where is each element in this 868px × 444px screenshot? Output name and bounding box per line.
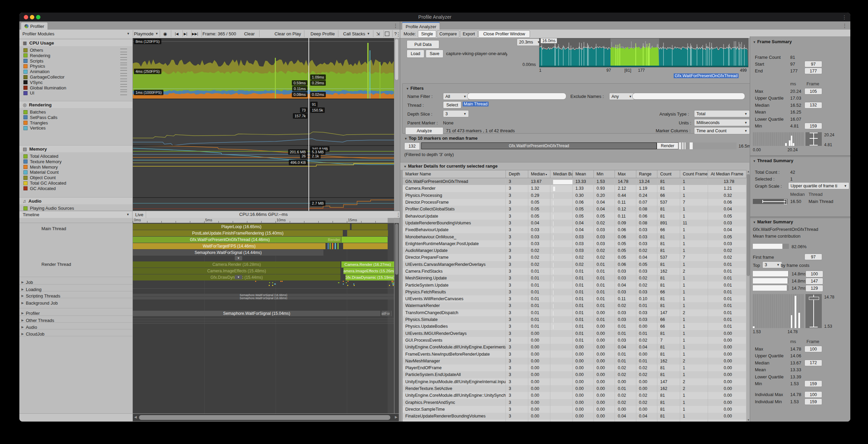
summary-header[interactable]: ▼Thread Summary [753,158,793,163]
record-button[interactable]: ◉ [159,30,171,37]
legend-item[interactable]: Scripts [23,58,43,64]
thread-label-main-thread[interactable]: Main Thread [19,225,132,232]
legend-item[interactable]: Material Count [23,170,59,175]
marker-details-table[interactable]: Marker NameDepthMedian ▾Median BaMeanMin… [402,170,747,422]
timeline-v-scrollbar[interactable] [394,223,399,413]
table-row[interactable]: BehaviourUpdate30.050.050.050.110.068110… [403,212,746,219]
table-row[interactable]: MeshSkinning.Update30.010.010.010.030.02… [403,275,746,281]
table-row[interactable]: Gfx.WaitForPresentOnGfxThread313.6713.33… [403,178,746,185]
frame-jump-button[interactable]: 159 [804,123,822,129]
table-row[interactable]: UnityEngine.CoreModule.dll!UnityEngine.E… [403,344,746,351]
clear-button[interactable]: Clear [240,30,260,37]
table-row[interactable]: TransformChangedDispatch30.010.010.000.0… [403,309,746,316]
clear-on-play-button[interactable]: Clear on Play [271,30,304,37]
table-row[interactable]: WatermarkRender30.010.010.010.020.018110… [403,302,746,309]
summary-header[interactable]: ▼Frame Summary [753,39,792,44]
table-row[interactable]: Director.PrepareFrame30.020.020.020.050.… [403,254,746,261]
legend-item[interactable]: SetPass Calls [23,115,57,120]
timeline-canvas[interactable]: PlayerLoop (16.65ms)PostLateUpdate.Finis… [133,223,394,413]
table-row[interactable]: RenderTexture.SetActive30.000.000.000.01… [403,385,746,392]
frame-jump-button[interactable]: 159 [804,398,822,405]
table-row[interactable]: Profiler.CollectGlobalStats30.050.050.04… [403,206,746,212]
thread-label-render-thread[interactable]: Render Thread [19,261,132,267]
name-filter-mode-dropdown[interactable]: All▼ [443,93,469,100]
column-header[interactable]: Median ▾ [528,170,550,178]
table-row[interactable]: Director.ProcessFrame30.050.060.040.110.… [403,199,746,206]
frame-jump-button[interactable]: 100 [804,391,822,398]
table-row[interactable]: UIEvents.WillRenderCanvases30.010.010.01… [403,295,746,302]
legend-item[interactable]: Total GC Allocated [23,181,66,186]
column-header[interactable]: Median Ba [550,170,572,178]
table-row[interactable]: UnityEngine.InputModule.dll!UnityEngineI… [403,378,746,385]
table-row[interactable]: EndGraphicsJobs30.000.000.000.010.013244… [403,420,746,422]
frame-jump-button[interactable]: 97 [804,61,822,67]
frame-jump-button[interactable]: 132 [804,102,822,108]
table-row[interactable]: FrameEvents.NewInputBeforeRenderUpdate30… [403,351,746,357]
analyze-button[interactable]: Analyze [405,127,443,135]
timeline-view-dropdown[interactable]: Timeline▼ [19,211,132,218]
thread-label-loading[interactable]: ▶Loading [19,286,132,292]
selected-marker-chip[interactable]: Gfx.WaitForPresentOnGfxThread [674,73,739,78]
tab-profile-analyzer[interactable]: Profile Analyzer [402,22,440,30]
frame-jump-button[interactable]: 129 [805,285,823,292]
table-row[interactable]: FinalizeUpdateRendererBoundingVolumes30.… [403,413,746,420]
profiler-charts[interactable]: 8ms (120FPS)4ms (250FPS)1ms (1000FPS)0.5… [133,38,394,211]
legend-drag-handle[interactable] [120,81,127,85]
analysis-type-dropdown[interactable]: Total▼ [694,110,750,117]
timeline-bar[interactable] [347,230,388,236]
column-header[interactable]: Marker Name [403,170,506,178]
profiler-tab-menu-icon[interactable]: ⋮ [393,23,398,29]
graph-scale-dropdown[interactable]: Upper quartile of frame ti▼ [788,182,849,189]
legend-item[interactable]: Texture Memory [23,159,61,164]
table-row[interactable]: Physics.UpdateBodies30.010.010.000.010.0… [403,323,746,330]
collapse-group-button[interactable]: ▼ [235,256,242,260]
timeline-bar[interactable]: WaitForSi [382,311,390,316]
exclude-names-input[interactable] [632,93,745,100]
legend-item[interactable]: Batches [23,109,46,115]
column-header[interactable]: At Median Frame [708,170,746,178]
frame-jump-button[interactable]: 100 [804,346,822,352]
column-header[interactable]: Min [594,170,615,178]
table-row[interactable]: UIEvents.CanvasManagerRenderOverlays30.0… [403,261,746,268]
table-row[interactable]: Physics.FetchResults30.010.010.010.030.0… [403,289,746,295]
column-header[interactable]: Count Frame [680,170,708,178]
frame-range-chart[interactable] [539,38,748,67]
close-profiler-window-button[interactable]: Close Profiler Window [478,30,530,38]
table-row[interactable]: UpdateRendererBoundingVolumes30.040.040.… [403,220,746,226]
column-header[interactable]: Range [636,170,657,178]
top10-frame-button[interactable]: 132 [404,142,420,150]
frame-jump-button[interactable]: 105 [804,88,822,95]
table-row[interactable]: Camera.Render31.321.330.932.121.198111.2… [403,185,746,192]
legend-item[interactable]: Total Allocated [23,154,58,159]
legend-drag-handle[interactable] [120,65,127,68]
range-scale-dropdown[interactable]: 20.3ms▼ [517,38,543,46]
mode-export-button[interactable]: Export [460,30,478,38]
table-row[interactable]: GUI.ProcessEvents30.000.010.000.030.0271… [403,337,746,344]
window-menu-icon[interactable]: ⋮ [842,14,847,20]
legend-drag-handle[interactable] [120,70,127,74]
table-row[interactable]: NavMeshManager30.000.000.000.010.0116220… [403,358,746,364]
top-n-dropdown[interactable]: 3▼ [762,261,782,268]
legend-item[interactable]: Mesh Memory [23,165,58,170]
timeline-bar-bright[interactable]: Gfx.DrawDynamic (15.19ms) [346,274,394,280]
top10-bar[interactable]: Gfx.WaitForPresentOnGfxThread Render [421,142,737,149]
selection-playhead[interactable] [308,38,309,211]
legend-drag-handle[interactable] [120,86,127,90]
profiler-modules-dropdown[interactable]: Profiler Modules▼ [19,30,133,37]
depth-slice-dropdown[interactable]: 3▼ [443,110,469,117]
timeline-bar[interactable] [343,243,388,249]
load-button[interactable]: Load [407,50,424,58]
timeline-bar[interactable]: Semaphore.WaitForSignal (14.44ms) [133,250,323,256]
frame-jump-button[interactable]: 177 [804,68,822,74]
column-header[interactable]: Depth [506,170,528,178]
legend-item[interactable]: Physics [23,64,45,69]
legend-item[interactable]: GarbageCollector [23,74,65,80]
table-row[interactable]: ParticleSystem.Update30.010.010.010.040.… [403,281,746,288]
table-row[interactable]: Camera.FindStacks30.010.010.010.030.0316… [403,268,746,275]
table-row[interactable]: FixedBehaviourUpdate30.030.040.030.060.0… [403,226,746,233]
legend-item[interactable]: Vertices [23,125,46,131]
table-row[interactable]: Director.SampleTime30.000.000.000.000.00… [403,406,746,413]
timeline-h-scrollbar[interactable]: ◀ ▶ [133,414,399,421]
legend-item[interactable]: Global Illumination [23,85,66,90]
table-row[interactable]: Physics.Simulate30.010.010.010.030.03661… [403,316,746,323]
